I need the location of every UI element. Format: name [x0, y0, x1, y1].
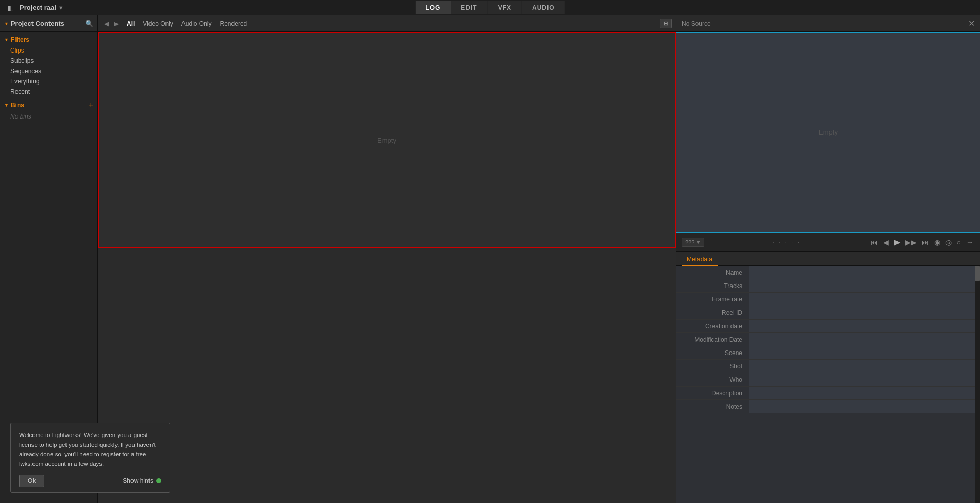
metadata-row-notes: Notes: [676, 400, 980, 413]
metadata-row-who: Who: [676, 373, 980, 387]
sidebar-search-icon[interactable]: 🔍: [85, 20, 93, 27]
below-bin-area: [98, 248, 676, 503]
sidebar-header: ▼ Project Contents 🔍: [0, 15, 97, 32]
sidebar-item-everything[interactable]: Everything: [0, 76, 97, 87]
hints-dot[interactable]: [156, 478, 161, 483]
bins-collapse-icon[interactable]: ▼: [4, 103, 9, 108]
add-bin-button[interactable]: +: [89, 101, 93, 109]
show-hints-label[interactable]: Show hints: [123, 477, 153, 484]
preview-area: Empty: [676, 32, 980, 233]
media-bin-empty-label: Empty: [377, 137, 396, 144]
extra-button[interactable]: →: [965, 238, 975, 247]
metadata-label-notes: Notes: [676, 403, 749, 410]
transport-dropdown[interactable]: ??? ▼: [682, 238, 704, 247]
preview-empty-label: Empty: [819, 128, 838, 136]
toggle-2-button[interactable]: ◎: [944, 238, 953, 247]
metadata-label-shot: Shot: [676, 363, 749, 370]
welcome-actions: Ok Show hints: [19, 475, 161, 487]
top-tabs: LOG EDIT VFX AUDIO: [415, 1, 564, 14]
media-bin[interactable]: Empty: [98, 32, 676, 248]
metadata-value-framerate: [749, 293, 980, 306]
metadata-value-creation: [749, 320, 980, 332]
ok-button[interactable]: Ok: [19, 475, 44, 487]
sidebar-item-recent[interactable]: Recent: [0, 87, 97, 97]
project-name: Project raai: [20, 4, 56, 11]
metadata-label-description: Description: [676, 390, 749, 397]
metadata-content: Name Tracks Frame rate Reel ID Creation …: [676, 266, 980, 503]
tab-log[interactable]: LOG: [415, 1, 451, 14]
metadata-label-name: Name: [676, 269, 749, 276]
sidebar-header-left: ▼ Project Contents: [4, 20, 64, 27]
metadata-value-modification: [749, 333, 980, 346]
filters-section: ▼ Filters Clips Subclips Sequences Every…: [0, 34, 97, 97]
metadata-row-framerate: Frame rate: [676, 293, 980, 306]
project-dropdown-arrow[interactable]: ▼: [58, 5, 64, 11]
sidebar-title: Project Contents: [11, 20, 64, 27]
right-panel-close-button[interactable]: ✕: [968, 20, 975, 28]
tab-metadata[interactable]: Metadata: [682, 254, 718, 266]
metadata-row-scene: Scene: [676, 346, 980, 360]
tab-audio[interactable]: AUDIO: [522, 1, 565, 14]
prev-frame-button[interactable]: ◀: [882, 238, 890, 247]
metadata-value-reelid: [749, 306, 980, 319]
metadata-tabs: Metadata: [676, 252, 980, 266]
bins-section-left: ▼ Bins: [4, 102, 24, 109]
transport-dropdown-arrow: ▼: [696, 240, 701, 245]
transport-bar: ??? ▼ · · · · · ⏮ ◀ ▶ ▶▶ ⏭ ◉ ◎ ○ →: [676, 233, 980, 252]
metadata-row-creation: Creation date: [676, 320, 980, 333]
metadata-row-shot: Shot: [676, 360, 980, 373]
filter-tab-rendered[interactable]: Rendered: [220, 19, 247, 28]
metadata-label-framerate: Frame rate: [676, 296, 749, 303]
bins-label: Bins: [11, 102, 24, 109]
toggle-3-button[interactable]: ○: [955, 238, 962, 247]
toggle-1-button[interactable]: ◉: [933, 238, 942, 247]
metadata-value-scene: [749, 346, 980, 359]
next-frame-button[interactable]: ▶▶: [904, 238, 918, 247]
metadata-scrollbar[interactable]: [975, 266, 980, 503]
tab-vfx[interactable]: VFX: [488, 1, 522, 14]
filter-tab-video[interactable]: Video Only: [143, 19, 173, 28]
metadata-value-notes: [749, 400, 980, 413]
metadata-value-who: [749, 373, 980, 386]
metadata-label-tracks: Tracks: [676, 282, 749, 290]
sidebar-item-sequences[interactable]: Sequences: [0, 66, 97, 76]
transport-dots: · · · · ·: [773, 239, 801, 245]
preview-blue-line: [676, 32, 980, 33]
play-button[interactable]: ▶: [892, 237, 902, 247]
sidebar-item-clips[interactable]: Clips: [0, 45, 97, 56]
filter-tab-all[interactable]: All: [127, 19, 135, 28]
metadata-row-name: Name: [676, 266, 980, 279]
center-area: ◀ ▶ All Video Only Audio Only Rendered ⊞…: [98, 15, 676, 503]
welcome-text: Welcome to Lightworks! We've given you a…: [19, 430, 161, 468]
view-toggle-button[interactable]: ⊞: [660, 19, 672, 28]
skip-start-button[interactable]: ⏮: [869, 238, 879, 247]
metadata-label-creation: Creation date: [676, 323, 749, 330]
filters-label: Filters: [11, 36, 29, 43]
right-panel: No Source ✕ Empty ??? ▼ · · · · · ⏮ ◀ ▶ …: [676, 15, 980, 503]
metadata-row-reelid: Reel ID: [676, 306, 980, 320]
metadata-value-name: [749, 266, 980, 279]
bins-section-header: ▼ Bins +: [0, 99, 97, 111]
scrollbar-thumb[interactable]: [975, 266, 980, 281]
skip-end-button[interactable]: ⏭: [920, 238, 931, 247]
no-bins-label: No bins: [0, 111, 97, 122]
filter-bar-right: ⊞: [660, 19, 672, 28]
metadata-label-who: Who: [676, 376, 749, 383]
nav-forward-button[interactable]: ▶: [112, 19, 121, 28]
sidebar-item-subclips[interactable]: Subclips: [0, 56, 97, 66]
nav-back-button[interactable]: ◀: [102, 19, 111, 28]
transport-dropdown-label: ???: [685, 239, 694, 245]
title-bar: ◧ Project raai ▼ LOG EDIT VFX AUDIO: [0, 0, 980, 15]
filters-collapse-icon[interactable]: ▼: [4, 37, 9, 42]
right-panel-header: No Source ✕: [676, 15, 980, 32]
metadata-value-description: [749, 387, 980, 399]
metadata-value-shot: [749, 360, 980, 373]
transport-buttons: ⏮ ◀ ▶ ▶▶ ⏭ ◉ ◎ ○ →: [869, 237, 975, 247]
app-icon: ◧: [5, 3, 15, 13]
metadata-row-description: Description: [676, 387, 980, 400]
metadata-value-tracks: [749, 279, 980, 292]
filter-nav: ◀ ▶: [102, 19, 121, 28]
tab-edit[interactable]: EDIT: [451, 1, 487, 14]
sidebar-collapse-icon[interactable]: ▼: [4, 21, 9, 26]
filter-tab-audio[interactable]: Audio Only: [181, 19, 212, 28]
